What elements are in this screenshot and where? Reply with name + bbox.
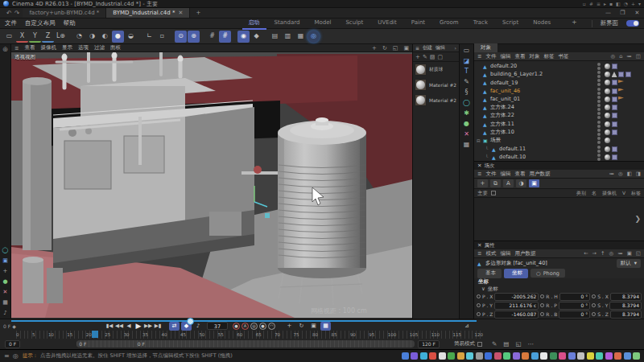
visibility-toggles[interactable] (597, 112, 601, 119)
rotation-field[interactable]: 0 ° (559, 302, 590, 310)
filter-icon[interactable]: ≔ (617, 250, 623, 257)
material-thumbnail[interactable] (415, 64, 427, 76)
deformer-icon[interactable]: ✕ (464, 131, 469, 138)
console-icon[interactable]: ◎ (13, 352, 19, 360)
scale-field[interactable]: 8.3794 (610, 293, 642, 301)
layout-icon[interactable]: ◧ (627, 171, 632, 177)
visibility-toggles[interactable] (597, 154, 601, 161)
close-window-button[interactable]: ✕ (630, 10, 644, 16)
undo-icon[interactable]: ↶ (6, 10, 12, 17)
material-thumbnail[interactable] (415, 79, 427, 91)
up-icon[interactable]: ↑ (601, 250, 605, 257)
object-name[interactable]: default.20 (490, 63, 517, 69)
titlebar-icon[interactable]: ▾ (638, 1, 641, 6)
tab-takes[interactable]: 场次 (484, 162, 494, 170)
object-row[interactable]: ▲ 立方体.24 (474, 103, 644, 111)
object-row[interactable]: ▲ 立方体.10 (474, 128, 644, 136)
delete-tool-icon[interactable]: ✕ (3, 290, 8, 295)
normal-move-icon[interactable]: ◐ (99, 31, 111, 43)
menu-icon[interactable]: ≡ (4, 352, 10, 360)
new-ui-toggle[interactable] (626, 20, 639, 27)
material-item[interactable]: Material #2 (413, 77, 459, 93)
poly-tag-icon[interactable] (612, 146, 617, 152)
plugin-icon[interactable] (633, 352, 640, 360)
plugin-icon[interactable] (550, 352, 557, 360)
plugin-icon[interactable] (513, 352, 520, 360)
more-options-icon[interactable]: ⋯ (527, 340, 534, 348)
attribute-tab[interactable]: 基本 (477, 269, 502, 278)
poly-tag-icon[interactable] (612, 154, 617, 160)
visibility-toggles[interactable] (597, 88, 601, 95)
close-panel-icon[interactable]: ✕ (477, 162, 481, 169)
close-panel-icon[interactable]: ✕ (477, 242, 481, 249)
mat-tag-icon[interactable] (605, 80, 610, 85)
object-name[interactable]: default.10 (499, 154, 526, 160)
override-button[interactable]: ◑ (516, 179, 526, 187)
mat-tag-icon[interactable] (605, 154, 610, 160)
expand-icon[interactable]: ⊟ (477, 138, 481, 143)
mat-tag-icon[interactable] (605, 88, 610, 94)
search-icon[interactable]: ◎ (611, 53, 616, 60)
toggle-views-icon[interactable]: ▣ (403, 45, 409, 51)
home-icon[interactable]: ⌂ (619, 53, 622, 60)
current-frame-field[interactable]: 37 (207, 322, 228, 330)
close-tab-icon[interactable]: ✕ (179, 10, 184, 16)
keyframe-circle-icon[interactable] (477, 294, 481, 298)
mat-tag-icon[interactable] (605, 130, 610, 135)
keyframe-circle-icon[interactable] (540, 294, 544, 298)
flag-tag-icon[interactable] (618, 80, 624, 85)
workspace-tab[interactable]: Model (308, 19, 337, 29)
minimize-button[interactable]: — (601, 10, 615, 16)
poly-tag-icon[interactable] (612, 121, 617, 127)
plugin-icon[interactable] (531, 352, 539, 360)
goto-start-button[interactable]: ▮◀ (105, 322, 114, 330)
spline-tool-icon[interactable]: § (465, 89, 469, 96)
object-name[interactable]: building_6_Layer1.2 (490, 71, 543, 77)
interactive-render-button[interactable]: ◎ (308, 31, 320, 43)
workplane-lock-icon[interactable]: ∟ (143, 31, 155, 43)
lock-x-axis[interactable]: X (16, 31, 28, 43)
preset-dropdown[interactable]: 默认 ▾ (617, 259, 641, 268)
play-button[interactable]: ▶ (134, 322, 143, 330)
object-name[interactable]: 立方体.10 (490, 129, 514, 136)
new-material-button[interactable]: + (415, 54, 420, 60)
plugin-icon[interactable] (476, 352, 483, 360)
materials-menu-item[interactable]: 创建 (423, 44, 432, 51)
object-row[interactable]: ▲ building_6_Layer1.2 (474, 70, 644, 78)
loop-playback-icon[interactable]: ⇄ (169, 322, 180, 331)
expand-icon[interactable]: └ (485, 146, 490, 151)
attributes-menu-item[interactable]: 编辑 (500, 250, 510, 257)
object-row[interactable]: ▲ default_19 (474, 79, 644, 87)
materials-menu-icon[interactable]: ≡ (415, 45, 419, 51)
axis-orientation-icon[interactable]: ◑ (86, 31, 98, 43)
corner-resize-icon[interactable]: ⊿ (462, 322, 472, 330)
workplane-grid-icon[interactable]: ▦ (464, 142, 470, 148)
main-take-name[interactable]: 主要 (477, 190, 488, 197)
keyframe-circle-icon[interactable] (540, 303, 544, 307)
viewport-menu-icon[interactable]: ≡ (14, 45, 19, 51)
playhead-marker[interactable] (92, 331, 98, 338)
dynamic-guides-icon[interactable]: # (219, 31, 231, 43)
objects-menu-item[interactable]: 文件 (485, 53, 496, 60)
keyframe-circle-icon[interactable] (592, 303, 596, 307)
workspace-tab[interactable]: Sculpt (339, 19, 369, 29)
field-sphere-icon[interactable]: ● (464, 121, 469, 127)
plugin-icon[interactable] (411, 352, 418, 360)
workspace-tab[interactable]: Groom (433, 19, 465, 29)
object-name[interactable]: 立方体.22 (490, 112, 514, 119)
pan-view-icon[interactable]: + (372, 45, 377, 51)
move-keys-icon[interactable]: + (284, 322, 295, 331)
popout-icon[interactable]: ◱ (636, 250, 641, 257)
maximize-button[interactable]: ❐ (616, 10, 630, 16)
workspace-tab[interactable]: Nodes (526, 19, 557, 29)
plugin-icon[interactable] (540, 352, 547, 360)
visibility-toggles[interactable] (597, 79, 601, 86)
poly-tag-icon[interactable] (612, 64, 617, 69)
keyframe-circle-icon[interactable] (540, 312, 544, 316)
poly-tag-icon[interactable] (612, 80, 617, 85)
material-item[interactable]: 材质球 (413, 62, 459, 77)
keyframe-circle-icon[interactable] (477, 303, 481, 307)
tab-objects[interactable]: 对象 (474, 43, 497, 52)
frame-ruler[interactable]: 0510152025303540455055606570758085909510… (16, 331, 483, 339)
forward-icon[interactable]: → (592, 250, 597, 257)
